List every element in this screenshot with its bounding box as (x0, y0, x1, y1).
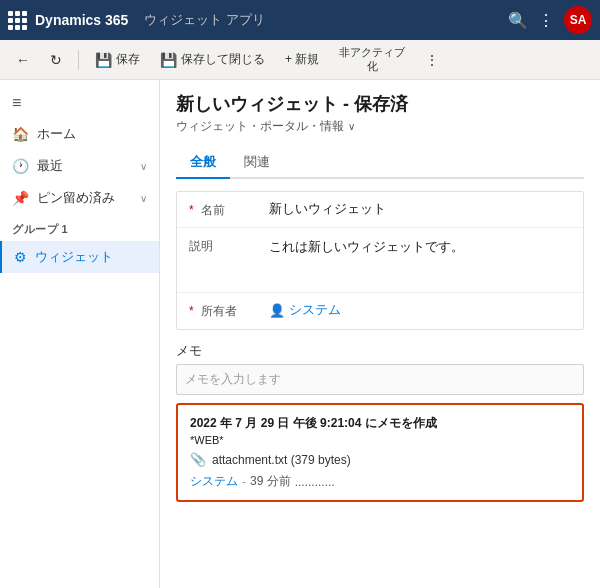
footer-time: 39 分前 (250, 473, 291, 490)
memo-card: 2022 年 7 月 29 日 午後 9:21:04 にメモを作成 *WEB* … (176, 403, 584, 502)
chevron-down-icon: ∨ (140, 193, 147, 204)
field-label-owner: * 所有者 (189, 301, 269, 320)
refresh-icon: ↻ (50, 52, 62, 68)
sidebar: ≡ 🏠 ホーム 🕐 最近 ∨ 📌 ピン留め済み ∨ グループ 1 ⚙ ウィジェッ… (0, 80, 160, 588)
form-row-description: 説明 これは新しいウィジェットです。 (177, 228, 583, 293)
memo-input[interactable]: メモを入力します (176, 364, 584, 395)
sidebar-toggle-button[interactable]: ≡ (0, 88, 159, 118)
waffle-icon[interactable] (8, 11, 27, 30)
memo-card-source: *WEB* (190, 434, 570, 446)
attachment-name: attachment.txt (379 bytes) (212, 453, 351, 467)
top-bar-icons: 🔍 ⋮ SA (508, 6, 592, 34)
page-title: 新しいウィジェット - 保存済 (176, 92, 584, 116)
toolbar-more-button[interactable]: ⋮ (417, 48, 447, 72)
sidebar-item-home[interactable]: 🏠 ホーム (0, 118, 159, 150)
home-icon: 🏠 (12, 126, 29, 142)
memo-card-title: 2022 年 7 月 29 日 午後 9:21:04 にメモを作成 (190, 415, 570, 432)
sidebar-item-label: 最近 (37, 157, 132, 175)
field-label-description: 説明 (189, 236, 269, 255)
sidebar-item-label: ピン留め済み (37, 189, 132, 207)
tab-bar: 全般 関連 (176, 147, 584, 179)
footer-dots: ............ (295, 475, 335, 489)
new-button[interactable]: + 新規 (277, 47, 327, 72)
save-close-icon: 💾 (160, 52, 177, 68)
field-value-owner[interactable]: 👤 システム (269, 301, 571, 319)
memo-author-link[interactable]: システム (190, 473, 238, 490)
toolbar-separator (78, 50, 79, 70)
attachment-icon: 📎 (190, 452, 206, 467)
save-close-button[interactable]: 💾 保存して閉じる (152, 47, 273, 72)
required-indicator: * (189, 203, 194, 217)
pin-icon: 📌 (12, 190, 29, 206)
widget-icon: ⚙ (14, 249, 27, 265)
footer-separator: - (242, 475, 246, 489)
refresh-button[interactable]: ↻ (42, 48, 70, 72)
chevron-down-icon: ∨ (140, 161, 147, 172)
avatar[interactable]: SA (564, 6, 592, 34)
form-row-owner: * 所有者 👤 システム (177, 293, 583, 329)
search-icon[interactable]: 🔍 (508, 11, 528, 30)
form-row-name: * 名前 新しいウィジェット (177, 192, 583, 228)
required-indicator: * (189, 304, 194, 318)
sidebar-item-recent[interactable]: 🕐 最近 ∨ (0, 150, 159, 182)
memo-card-attachment[interactable]: 📎 attachment.txt (379 bytes) (190, 452, 570, 467)
form-section: * 名前 新しいウィジェット 説明 これは新しいウィジェットです。 * 所有者 … (176, 191, 584, 330)
person-icon: 👤 (269, 303, 285, 318)
main-content: 新しいウィジェット - 保存済 ウィジェット・ポータル・情報 ∨ 全般 関連 *… (160, 80, 600, 588)
tab-general[interactable]: 全般 (176, 147, 230, 179)
recent-icon: 🕐 (12, 158, 29, 174)
back-button[interactable]: ← (8, 48, 38, 72)
breadcrumb: ウィジェット・ポータル・情報 ∨ (176, 118, 584, 135)
save-icon: 💾 (95, 52, 112, 68)
toolbar-more-icon: ⋮ (425, 52, 439, 68)
app-subtitle: ウィジェット アプリ (144, 11, 500, 29)
toolbar: ← ↻ 💾 保存 💾 保存して閉じる + 新規 非アクティブ化 ⋮ (0, 40, 600, 80)
tab-related[interactable]: 関連 (230, 147, 284, 179)
field-value-name[interactable]: 新しいウィジェット (269, 200, 571, 218)
back-icon: ← (16, 52, 30, 68)
sidebar-group-label: グループ 1 (0, 214, 159, 241)
sidebar-item-widget[interactable]: ⚙ ウィジェット (0, 241, 159, 273)
sidebar-item-pinned[interactable]: 📌 ピン留め済み ∨ (0, 182, 159, 214)
top-bar: Dynamics 365 ウィジェット アプリ 🔍 ⋮ SA (0, 0, 600, 40)
field-label-name: * 名前 (189, 200, 269, 219)
memo-label: メモ (176, 342, 584, 360)
save-button[interactable]: 💾 保存 (87, 47, 148, 72)
app-name: Dynamics 365 (35, 12, 128, 28)
field-value-description[interactable]: これは新しいウィジェットです。 (269, 236, 571, 284)
breadcrumb-text: ウィジェット・ポータル・情報 (176, 118, 344, 135)
chevron-down-icon: ∨ (348, 121, 355, 132)
memo-card-footer: システム - 39 分前 ............ (190, 473, 570, 490)
more-options-icon[interactable]: ⋮ (538, 11, 554, 30)
memo-section: メモ メモを入力します 2022 年 7 月 29 日 午後 9:21:04 に… (176, 342, 584, 502)
layout: ≡ 🏠 ホーム 🕐 最近 ∨ 📌 ピン留め済み ∨ グループ 1 ⚙ ウィジェッ… (0, 80, 600, 588)
deactivate-button[interactable]: 非アクティブ化 (331, 42, 413, 76)
sidebar-item-label: ウィジェット (35, 248, 147, 266)
sidebar-item-label: ホーム (37, 125, 147, 143)
